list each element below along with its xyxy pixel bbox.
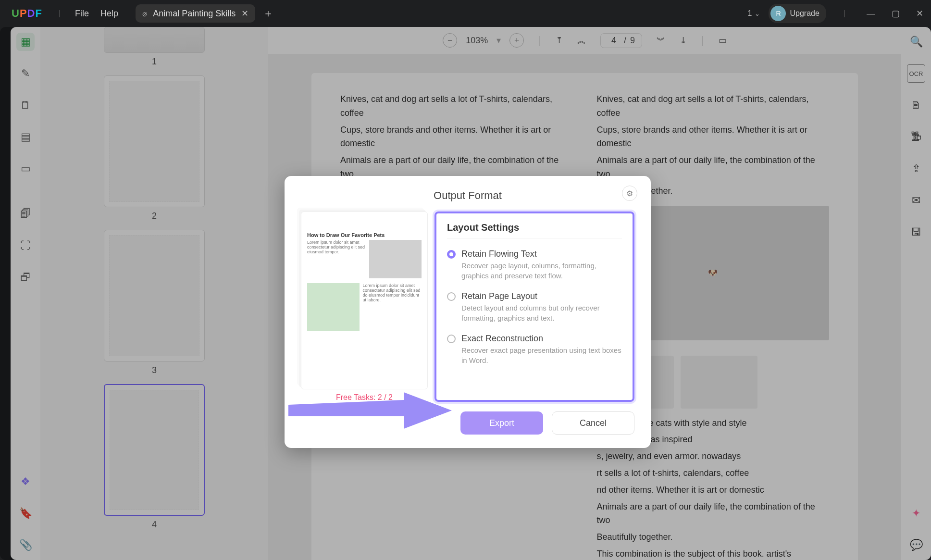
separator: | xyxy=(59,9,61,18)
gear-icon[interactable]: ⚙ xyxy=(622,186,637,201)
window-count-dropdown[interactable]: 1 ⌄ xyxy=(748,9,760,18)
option-exact-reconstruction[interactable]: Exact Reconstruction Recover exact page … xyxy=(447,330,622,372)
layout-settings-panel: Layout Settings Retain Flowing Text Reco… xyxy=(434,212,634,402)
avatar: R xyxy=(770,6,786,21)
layout-settings-title: Layout Settings xyxy=(447,222,622,238)
menu-help[interactable]: Help xyxy=(95,6,124,22)
logo: UPDF xyxy=(12,7,42,20)
close-button[interactable]: ✕ xyxy=(912,8,927,19)
dialog-title: Output Format xyxy=(301,189,634,202)
cancel-button[interactable]: Cancel xyxy=(552,411,634,435)
option-label: Retain Page Layout xyxy=(461,291,622,301)
preview-heading: How to Draw Our Favorite Pets xyxy=(307,232,422,238)
preview-image xyxy=(307,283,360,331)
chevron-down-icon: ⌄ xyxy=(755,10,760,17)
option-label: Exact Reconstruction xyxy=(461,334,622,344)
export-button[interactable]: Export xyxy=(460,411,543,435)
add-tab-button[interactable]: ＋ xyxy=(263,6,273,21)
tab-title: Animal Painting Skills xyxy=(153,9,236,19)
titlebar: UPDF | File Help ⌀ Animal Painting Skill… xyxy=(0,0,931,27)
radio-selected-icon xyxy=(447,250,456,259)
close-icon[interactable]: ✕ xyxy=(241,8,248,19)
workspace: ▦ ✎ 🗒 ▤ ▭ 🗐 ⛶ 🗗 ❖ 🔖 📎 🔍 OCR 🗎 🗜 ⇪ ✉ 🖫 ✦ … xyxy=(0,27,931,560)
option-retain-page-layout[interactable]: Retain Page Layout Detect layout and col… xyxy=(447,287,622,330)
preview-pane: How to Draw Our Favorite Pets Lorem ipsu… xyxy=(301,212,428,389)
svg-marker-0 xyxy=(288,392,452,429)
menu-file[interactable]: File xyxy=(69,6,95,22)
radio-icon xyxy=(447,292,456,301)
preview-image xyxy=(369,240,422,278)
option-retain-flowing-text[interactable]: Retain Flowing Text Recover page layout,… xyxy=(447,245,622,287)
tab-eraser-icon: ⌀ xyxy=(142,9,147,18)
minimize-button[interactable]: — xyxy=(863,9,879,19)
document-tab[interactable]: ⌀ Animal Painting Skills ✕ xyxy=(136,4,255,23)
option-label: Retain Flowing Text xyxy=(461,249,622,259)
annotation-arrow-icon xyxy=(288,391,452,430)
option-description: Recover page layout, columns, formatting… xyxy=(461,261,622,281)
radio-icon xyxy=(447,335,456,343)
upgrade-label: Upgrade xyxy=(790,9,819,18)
dropdown-value: 1 xyxy=(748,9,752,18)
upgrade-button[interactable]: R Upgrade xyxy=(769,4,826,23)
option-description: Detect layout and columns but only recov… xyxy=(461,303,622,323)
maximize-button[interactable]: ▢ xyxy=(888,8,904,19)
separator: | xyxy=(844,9,845,18)
option-description: Recover exact page presentation using te… xyxy=(461,345,622,365)
